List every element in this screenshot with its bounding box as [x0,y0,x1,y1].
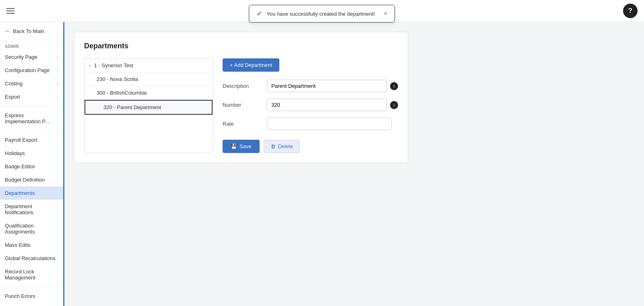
toast-close-button[interactable]: × [384,10,387,17]
back-arrow-icon: ← [5,28,10,34]
description-group: Description i [223,80,398,92]
sidebar-divider-1 [0,106,63,106]
tree-label-synerion-test: 1 - Synerion Test [94,62,133,68]
sidebar-item-payroll-export[interactable]: Payroll Export [0,133,63,147]
sidebar-label-departments: Departments [5,190,35,196]
sidebar-label-qualification-assignments: Qualification Assignments [5,223,58,235]
number-label: Number [223,102,267,108]
hamburger-menu[interactable] [6,8,14,14]
tree-item-synerion-test[interactable]: › 1 - Synerion Test [85,59,213,72]
number-group: Number i [223,99,398,111]
toast-message: You have successfully created the depart… [266,11,375,17]
description-label: Description [223,83,267,89]
rate-group: Rate [223,118,398,130]
number-info-icon[interactable]: i [390,101,398,109]
sidebar-item-record-lock-management[interactable]: Record Lock Management [0,265,63,284]
rate-input[interactable] [267,118,392,130]
sidebar-item-export[interactable]: Export › [0,90,63,103]
delete-label: Delete [278,143,293,149]
sidebar-label-holidays: Holidays [5,150,25,156]
card-title: Departments [84,42,398,50]
tree-item-parent-department[interactable]: 320 - Parent Department [85,100,213,115]
sidebar-label-express-implementation: Express Implementation P... [5,112,58,124]
back-label: Back To Main [13,28,44,34]
sidebar-label-security-page: Security Page [5,54,37,60]
chevron-right-icon: › [57,68,58,73]
add-department-button[interactable]: + Add Department [223,58,279,72]
help-button[interactable]: ? [623,4,638,18]
sidebar-label-costing: Costing [5,81,23,87]
sidebar-item-budget-definition[interactable]: Budget Definition [0,173,63,186]
tree-item-british-columbia[interactable]: 300 - BritishColumbia [85,86,213,100]
chevron-right-icon: › [57,81,58,86]
sidebar-label-global-recalculations: Global Recalculations [5,255,56,261]
sidebar-label-record-lock-management: Record Lock Management [5,269,58,281]
sidebar: ← Back To Main ADMIN Security Page › Con… [0,22,64,306]
chevron-right-icon: › [57,55,58,60]
sidebar-item-department-notifications[interactable]: Department Notifications [0,200,63,219]
sidebar-item-global-recalculations[interactable]: Global Recalculations [0,252,63,265]
sidebar-label-export: Export [5,94,20,100]
departments-card: Departments › 1 - Synerion Test 230 - No… [74,32,408,163]
department-form: + Add Department Description i Number [223,58,398,153]
sidebar-item-departments[interactable]: Departments [0,186,63,200]
sidebar-item-costing[interactable]: Costing › [0,77,63,90]
sidebar-item-configuration-page[interactable]: Configuration Page › [0,64,63,77]
success-toast: ✔ You have successfully created the depa… [249,5,395,23]
sidebar-label-payroll-export: Payroll Export [5,137,37,143]
tree-chevron-icon: › [89,63,91,68]
sidebar-item-holidays[interactable]: Holidays [0,147,63,160]
sidebar-item-express-implementation[interactable]: Express Implementation P... [0,109,63,128]
sidebar-label-mass-edits: Mass Edits [5,242,31,248]
save-icon: 💾 [231,143,237,149]
sidebar-label-budget-definition: Budget Definition [5,177,45,183]
tree-label-nova-scotia: 230 - Nova Scotia [97,76,138,82]
sidebar-item-mass-edits[interactable]: Mass Edits [0,238,63,252]
toast-container: ✔ You have successfully created the depa… [249,5,395,23]
delete-button[interactable]: 🗑 Delete [264,140,300,153]
tree-label-british-columbia: 300 - BritishColumbia [97,90,147,96]
sidebar-item-punch-errors[interactable]: Punch Errors [0,289,63,303]
back-to-main-button[interactable]: ← Back To Main [0,22,63,40]
form-actions: 💾 Save 🗑 Delete [223,140,398,153]
sidebar-label-configuration-page: Configuration Page [5,67,50,73]
sidebar-label-punch-errors: Punch Errors [5,293,35,299]
description-info-icon[interactable]: i [390,82,398,90]
number-input[interactable] [267,99,387,111]
layout: ← Back To Main ADMIN Security Page › Con… [0,22,644,306]
chevron-right-icon: › [57,95,58,99]
description-input[interactable] [267,80,387,92]
sidebar-item-badge-editor[interactable]: Badge Editor [0,160,63,173]
sidebar-item-qualification-assignments[interactable]: Qualification Assignments [0,219,63,238]
sidebar-label-badge-editor: Badge Editor [5,163,35,170]
topbar: ✔ You have successfully created the depa… [0,0,644,22]
department-tree: › 1 - Synerion Test 230 - Nova Scotia 30… [84,58,213,153]
rate-input-wrap [267,118,398,130]
sidebar-divider-3 [0,287,63,287]
toast-check-icon: ✔ [256,9,262,18]
rate-label: Rate [223,121,267,127]
tree-label-parent-department: 320 - Parent Department [103,104,161,110]
save-button[interactable]: 💾 Save [223,140,260,153]
main-content: Departments › 1 - Synerion Test 230 - No… [64,22,644,306]
sidebar-label-department-notifications: Department Notifications [5,203,58,215]
delete-icon: 🗑 [270,143,276,149]
admin-section-label: ADMIN [0,40,63,50]
tree-item-nova-scotia[interactable]: 230 - Nova Scotia [85,72,213,86]
sidebar-item-security-page[interactable]: Security Page › [0,50,63,64]
description-input-wrap: i [267,80,398,92]
number-input-wrap: i [267,99,398,111]
save-label: Save [239,143,252,149]
content-row: › 1 - Synerion Test 230 - Nova Scotia 30… [84,58,398,153]
sidebar-divider-2 [0,130,63,131]
